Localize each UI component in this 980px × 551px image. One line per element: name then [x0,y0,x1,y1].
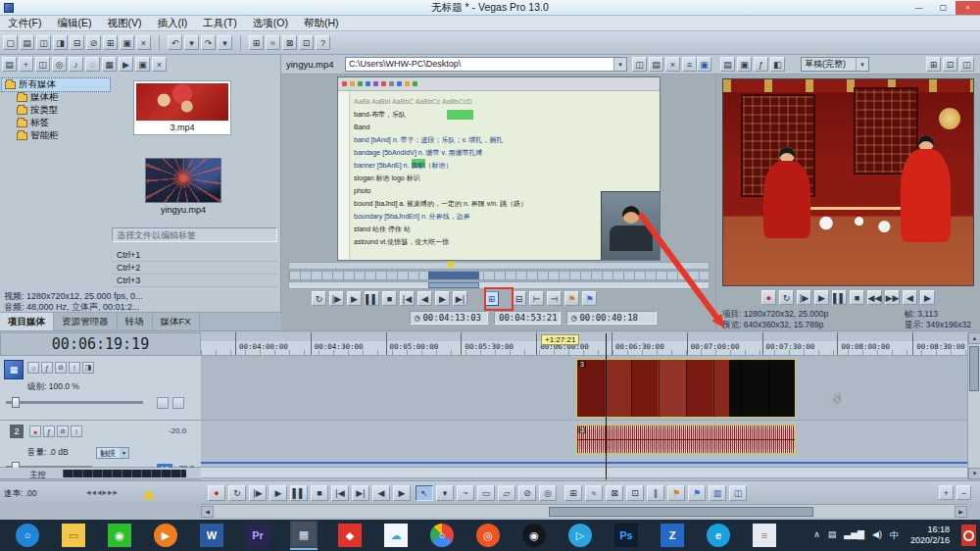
tag-shortcut-row[interactable]: Ctrl+1 [112,249,277,262]
taskbar-edge[interactable]: e [705,521,732,550]
preview-quality-dropdown[interactable]: 草稿(完整) ▾ [801,57,869,72]
menu-item[interactable]: 帮助(H) [296,17,347,30]
import-media[interactable]: + [19,57,33,72]
stop[interactable]: ■ [311,485,328,501]
play-from-start[interactable]: |▶ [249,485,267,501]
trimmer-stop[interactable]: ■ [382,291,397,306]
track-automation-button[interactable] [157,397,169,409]
render-as[interactable]: ◨ [53,35,68,50]
insert-marker[interactable]: ⚑ [667,485,685,501]
trimmer-save-markers[interactable]: ◫ [632,57,647,72]
edit-tool-menu[interactable]: ▾ [436,485,454,501]
taskbar-wechat[interactable]: ◉ [106,521,133,550]
trimmer-remove[interactable]: × [665,57,680,72]
zoom-out-time[interactable]: − [956,485,971,500]
taskbar-vegas-pro[interactable]: ▦ [290,521,318,550]
media-tree-item[interactable]: 智能柜 [2,129,110,142]
preview-go-to-end[interactable]: ▶▶ [885,290,900,305]
whats-this-help[interactable]: ? [316,35,330,50]
trimmer-go-to-end[interactable]: ▶| [453,291,467,306]
slider-knob[interactable] [12,397,20,408]
trimmer-prev-frame[interactable]: ◀ [417,291,432,306]
preview-record[interactable]: ● [761,290,776,305]
master-bus-header[interactable]: 主控 [0,468,201,479]
dock-tab[interactable]: 媒体FX [153,313,200,331]
media-properties[interactable]: ▣ [135,57,150,72]
taskbar-cortana[interactable]: ○ [14,521,41,550]
extract-audio[interactable]: ♪ [69,57,83,72]
taskbar-clock[interactable]: 16:18 2020/2/16 [910,525,950,546]
media-item-card[interactable]: yingyu.mp4 [145,158,221,217]
remove-selected-media[interactable]: × [152,57,167,72]
drop-region[interactable]: ⚑ [582,291,597,306]
track2-arm-for-record[interactable]: ● [29,426,41,437]
chevron-down-icon[interactable]: ▾ [120,448,128,458]
erase-edit-tool[interactable]: ⊘ [518,485,536,501]
undo-menu[interactable]: ▾ [184,35,199,50]
track1-bypass-motion-blur[interactable]: ○ [27,362,39,374]
scroll-down-button[interactable]: ▼ [968,468,980,479]
media-tree-item[interactable]: 按类型 [2,104,110,117]
track1-fx[interactable]: ƒ [41,362,53,374]
taskbar-blue-note-app[interactable]: Z [659,521,686,550]
enable-snapping[interactable]: ⊞ [564,485,582,501]
track2-solo[interactable]: ! [71,426,82,437]
menu-item[interactable]: 编辑(E) [49,17,99,30]
audio-event-clip[interactable]: 3 [576,425,796,454]
media-tree-item[interactable]: 所有媒体 [2,78,110,91]
taskbar-red-app[interactable]: ◆ [336,521,364,550]
video-track-icon[interactable]: ▦ [4,360,24,379]
trimmer-pause[interactable]: ▌▌ [365,291,379,306]
enable-snapping[interactable]: ⊞ [249,35,264,50]
taskbar-chrome[interactable]: ○ [428,521,456,550]
trimmer-loop[interactable]: ↻ [312,291,326,306]
delete[interactable]: × [136,35,151,50]
taskbar-premiere[interactable]: Pr [244,521,271,550]
bus-track-strip[interactable] [201,468,967,478]
selection-edit-tool[interactable]: ▭ [477,485,495,501]
tag-shortcut-row[interactable]: Ctrl+2 [112,262,277,275]
taskbar-photoshop[interactable]: Ps [612,521,640,550]
trim-marker[interactable] [446,262,456,270]
dock-tab[interactable]: 转场 [118,313,153,331]
get-media-from-web[interactable]: ◎ [52,57,67,72]
preview-on-external-monitor[interactable]: ▣ [737,57,752,72]
trimmer-ruler[interactable] [288,271,710,280]
track-level-slider[interactable] [6,401,143,404]
save-project[interactable]: ◫ [36,35,51,50]
preview-play[interactable]: ▶ [814,290,829,305]
show-on-external-monitor-button[interactable]: ▣ [697,57,711,72]
scroll-up-button[interactable]: ▲ [968,332,980,344]
tray-ime[interactable]: 中 [890,529,899,542]
track1-compositing-mode[interactable]: ◨ [82,362,94,374]
redo-menu[interactable]: ▾ [218,35,232,50]
menu-item[interactable]: 视图(V) [99,17,149,30]
zoom-edit-tool[interactable]: ◎ [539,485,557,501]
menu-item[interactable]: 选项(O) [245,17,296,30]
track2-mute[interactable]: ⊘ [57,426,69,437]
go-to-end[interactable]: ▶| [352,485,369,501]
trimmer-menu[interactable]: ≡ [682,57,697,72]
copy[interactable]: ⊞ [103,35,118,50]
capture-video[interactable]: ◫ [35,57,50,72]
dock-tab[interactable]: 项目媒体 [0,313,54,331]
tray-network[interactable]: ▃▅▇ [844,529,864,542]
chevron-down-icon[interactable]: ▾ [613,58,626,71]
scroll-thumb[interactable] [549,507,813,517]
add-media-up-to-cursor[interactable]: ⊟ [512,291,526,306]
dock-tab[interactable]: 资源管理器 [54,313,118,331]
insert-region[interactable]: ⚑ [688,485,706,501]
taskbar-telegram[interactable]: ▷ [566,521,594,550]
new-project[interactable]: ▢ [3,35,18,50]
mixer-window[interactable]: ▥ [709,485,726,501]
copy-snapshot[interactable]: ⊡ [943,57,957,72]
normal-edit-tool[interactable]: ↖ [416,485,433,501]
taskbar-qq[interactable]: ◉ [520,521,548,550]
views-menu[interactable]: ▦ [102,57,117,72]
taskbar-potplayer[interactable]: ▶ [152,521,179,550]
menu-item[interactable]: 工具(T) [195,17,244,30]
rate-scrub-control[interactable]: ◂◂◂▸▸▸ [86,487,119,497]
ignore-event-grouping[interactable]: ⊡ [299,35,314,50]
trimmer-marker-bar[interactable] [288,262,710,270]
track1-solo[interactable]: ! [69,362,80,374]
